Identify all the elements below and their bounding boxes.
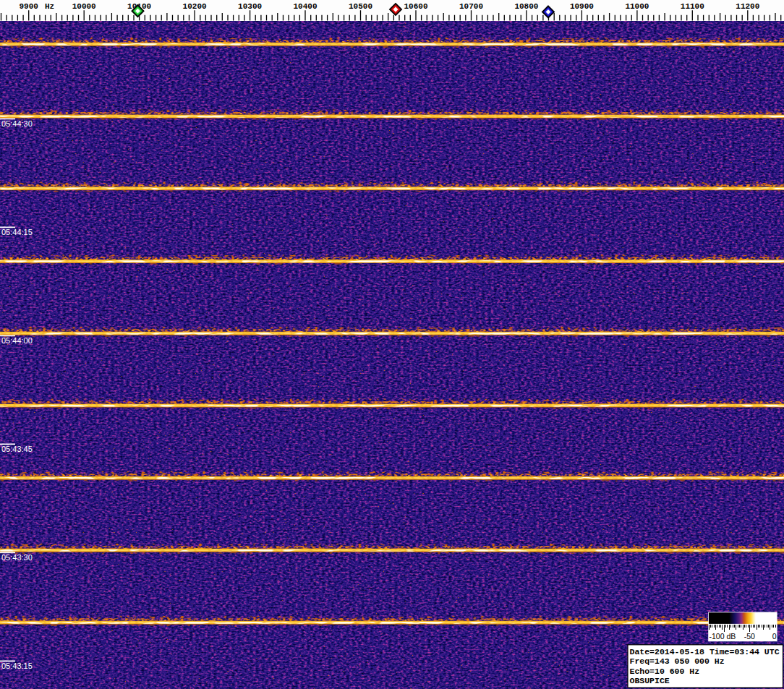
svg-text:10000: 10000 (72, 2, 96, 11)
svg-text:Hz: Hz (45, 2, 54, 11)
svg-text:11200: 11200 (736, 2, 759, 11)
svg-text:Date=2014-05-18 Time=03:44 UTC: Date=2014-05-18 Time=03:44 UTC (630, 647, 780, 656)
svg-text:-50: -50 (744, 632, 755, 641)
svg-text:10700: 10700 (459, 2, 483, 11)
svg-text:05:44:30: 05:44:30 (1, 119, 33, 128)
svg-text:11000: 11000 (625, 2, 649, 11)
svg-text:Echo=10 600 Hz: Echo=10 600 Hz (630, 667, 700, 676)
svg-text:-100 dB: -100 dB (710, 632, 736, 641)
svg-text:11100: 11100 (681, 2, 704, 11)
svg-text:0: 0 (772, 632, 777, 641)
svg-text:10500: 10500 (349, 2, 372, 11)
svg-text:OBSUPICE: OBSUPICE (630, 676, 670, 685)
svg-text:05:44:00: 05:44:00 (1, 336, 33, 345)
svg-text:10200: 10200 (183, 2, 207, 11)
svg-text:10800: 10800 (514, 2, 538, 11)
svg-text:05:44:15: 05:44:15 (1, 228, 33, 236)
svg-text:10600: 10600 (404, 2, 427, 11)
svg-text:9900: 9900 (19, 2, 38, 11)
svg-text:05:43:15: 05:43:15 (1, 662, 33, 670)
svg-text:10300: 10300 (238, 2, 262, 11)
svg-text:05:43:30: 05:43:30 (1, 553, 33, 562)
svg-text:10900: 10900 (570, 2, 594, 11)
svg-text:05:43:45: 05:43:45 (1, 445, 33, 453)
svg-text:10400: 10400 (293, 2, 317, 11)
svg-text:Freq=143 050 000 Hz: Freq=143 050 000 Hz (630, 656, 725, 666)
